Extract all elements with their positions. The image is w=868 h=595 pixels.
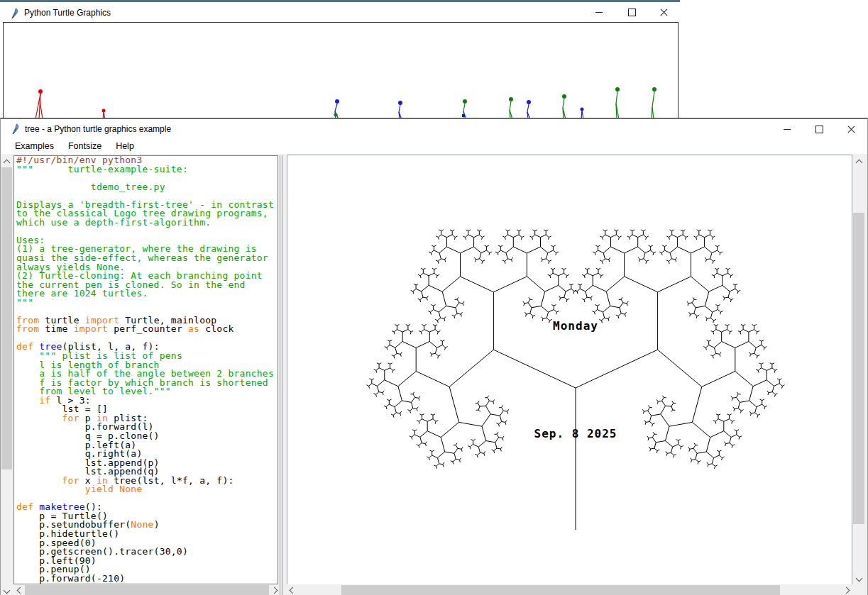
code-vertical-scrollbar[interactable] <box>1 155 13 595</box>
scrollbar-thumb[interactable] <box>25 585 269 595</box>
code-horizontal-scrollbar[interactable] <box>13 584 279 595</box>
minimize-icon <box>784 129 791 130</box>
fractal-tree-drawing <box>287 155 852 584</box>
turtle-drawing-canvas: Monday Sep. 8 2025 <box>287 155 852 585</box>
canvas-vertical-scrollbar[interactable] <box>852 155 865 584</box>
code-line: """ <box>16 299 274 308</box>
scroll-down-icon[interactable] <box>4 587 11 594</box>
code-line: which use a depth-first-algorithm. <box>16 218 274 228</box>
code-line: there are 1024 turtles. <box>16 289 274 299</box>
close-button[interactable] <box>835 119 867 140</box>
maximize-button[interactable] <box>803 119 835 140</box>
code-line <box>16 227 274 236</box>
canvas-horizontal-scrollbar[interactable] <box>285 584 852 595</box>
code-editor[interactable]: #!/usr/bin/env python3""" turtle-example… <box>13 155 278 584</box>
scrollbar-thumb[interactable] <box>853 213 864 524</box>
window-content: #!/usr/bin/env python3""" turtle-example… <box>1 154 867 595</box>
code-line: """ turtle-example-suite: <box>16 165 274 174</box>
scroll-up-icon[interactable] <box>856 160 863 167</box>
forest-trees-drawing <box>0 0 680 121</box>
code-line: from time import perf_counter as clock <box>16 325 274 334</box>
window-title: tree - a Python turtle graphics example <box>25 124 171 134</box>
scrollbar-thumb[interactable] <box>341 585 780 595</box>
pane-sash[interactable] <box>282 155 282 595</box>
scroll-left-icon[interactable] <box>17 587 24 594</box>
scrollbar-thumb[interactable] <box>1 167 12 469</box>
titlebar[interactable]: tree - a Python turtle graphics example <box>1 119 867 139</box>
minimize-button[interactable] <box>771 119 803 140</box>
tree-example-window: tree - a Python turtle graphics example … <box>0 118 868 595</box>
menu-fontsize[interactable]: Fontsize <box>61 140 109 153</box>
scroll-left-icon[interactable] <box>290 587 297 594</box>
scroll-right-icon[interactable] <box>271 587 278 594</box>
pane-sash[interactable] <box>280 155 280 595</box>
maximize-icon <box>815 126 823 133</box>
scroll-right-icon[interactable] <box>843 587 850 594</box>
code-text: #!/usr/bin/env python3""" turtle-example… <box>16 156 274 583</box>
scroll-up-icon[interactable] <box>4 160 11 167</box>
canvas-label-date: Sep. 8 2025 <box>534 427 617 440</box>
close-icon <box>847 126 855 133</box>
code-line: p.forward(-210) <box>16 574 274 584</box>
menu-help[interactable]: Help <box>109 140 141 153</box>
tk-feather-icon <box>9 123 21 135</box>
code-line: tdemo_tree.py <box>16 183 274 192</box>
canvas-label-monday: Monday <box>553 319 598 333</box>
menu-examples[interactable]: Examples <box>8 140 61 153</box>
menubar: Examples Fontsize Help <box>1 139 867 154</box>
scroll-down-icon[interactable] <box>856 575 863 582</box>
turtle-graphics-canvas <box>3 22 679 122</box>
turtle-graphics-window: Python Turtle Graphics <box>0 0 680 118</box>
code-line: yield None <box>16 485 274 494</box>
